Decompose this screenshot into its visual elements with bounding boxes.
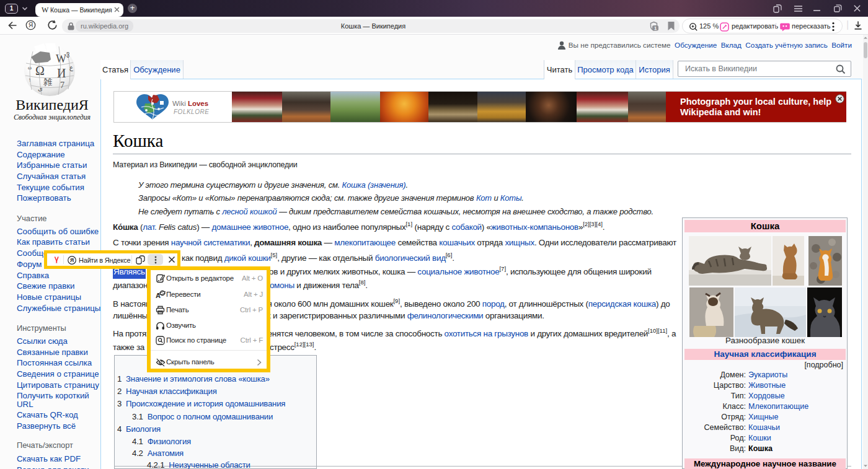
svg-text:雑: 雑: [43, 77, 52, 87]
svg-text:И: И: [57, 66, 66, 80]
svg-text:ו: ו: [29, 77, 30, 83]
svg-text:Я: Я: [29, 22, 33, 28]
svg-text:7: 7: [60, 81, 64, 90]
svg-text:ω: ω: [28, 64, 32, 71]
svg-text:1: 1: [654, 25, 657, 31]
svg-text:W: W: [56, 53, 66, 65]
svg-text:ی: ی: [38, 85, 43, 92]
svg-text:ع: ع: [69, 64, 73, 71]
svg-text:Ω: Ω: [35, 64, 45, 77]
svg-text:ვ: ვ: [66, 50, 69, 58]
svg-text:Я: Я: [70, 257, 74, 263]
